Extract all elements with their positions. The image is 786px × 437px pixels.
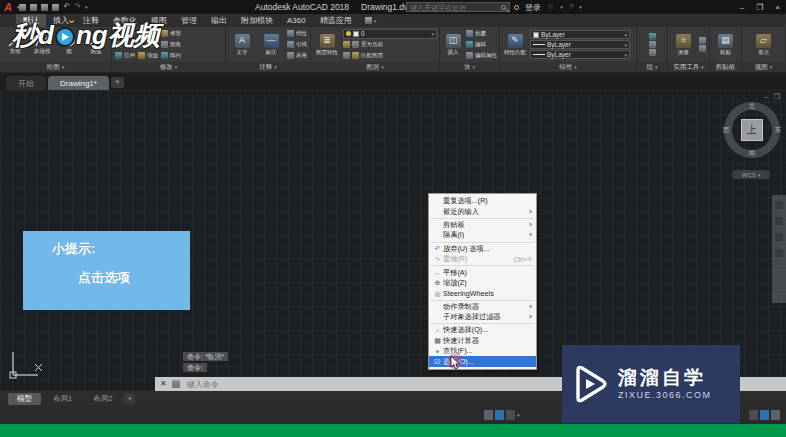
minimize-button[interactable]: – <box>740 3 744 12</box>
help-caret-icon[interactable]: ▾ <box>579 4 582 10</box>
tool-array[interactable]: 阵列 <box>161 51 181 61</box>
quick-select-tool-icon[interactable] <box>699 37 706 44</box>
close-button[interactable]: × <box>775 3 780 12</box>
a360-star-icon[interactable]: ☆ <box>547 3 554 11</box>
tool-measure[interactable]: ⌗ 测量 <box>671 34 696 56</box>
panel-layers-label[interactable]: 图层 ▾ <box>311 62 439 72</box>
menu-item-quickcalc[interactable]: ▦ 快速计算器 <box>429 336 536 346</box>
tab-addins[interactable]: 附加模块 <box>234 14 280 27</box>
viewcube-south[interactable]: 南 <box>724 149 780 158</box>
grid-icon[interactable] <box>484 410 493 420</box>
viewcube-east[interactable]: 东 <box>775 126 782 135</box>
panel-properties-label[interactable]: 特性 ▾ <box>500 62 636 72</box>
quick-calc-tool-icon[interactable] <box>699 45 706 52</box>
panel-modify-label[interactable]: 修改 ▾ <box>112 62 225 72</box>
signin-label[interactable]: 登录 <box>525 2 541 13</box>
help-icon[interactable]: ? <box>569 3 573 11</box>
layout1-tab[interactable]: 布局1 <box>44 393 81 405</box>
lineweight-dropdown[interactable]: ByLayer ▾ <box>530 40 630 49</box>
user-icon[interactable] <box>514 5 519 10</box>
group-edit-icon[interactable] <box>649 49 656 56</box>
menu-item-isolate[interactable]: 隔离(I) › <box>429 230 536 240</box>
tool-create-block[interactable]: 创建 <box>466 29 497 39</box>
hardware-acceleration-icon[interactable] <box>760 410 769 420</box>
ribbon-extra-icon[interactable]: ▾ <box>365 14 377 27</box>
menu-item-undo[interactable]: ↶ 放弃(U) 选项... <box>429 244 536 254</box>
tool-text[interactable]: A 文字 <box>229 34 255 56</box>
menu-item-subobject-filter[interactable]: 子对象选择过滤器 › <box>429 312 536 322</box>
tool-match-properties[interactable]: ✎ 特性匹配 <box>503 34 527 56</box>
nav-orbit-icon[interactable] <box>775 233 783 241</box>
tool-make-current[interactable]: 置为当前 <box>343 40 437 50</box>
command-customize-icon[interactable] <box>172 380 180 388</box>
panel-block-label[interactable]: 块 ▾ <box>440 62 499 72</box>
menu-item-recent-input[interactable]: 最近的输入 › <box>429 206 536 216</box>
ortho-icon[interactable] <box>506 410 515 420</box>
panel-groups-label[interactable]: 组 ▾ <box>637 62 667 72</box>
wcs-dropdown[interactable]: WCS ▾ <box>732 170 770 179</box>
nav-zoom-icon[interactable] <box>775 217 783 225</box>
tab-output[interactable]: 输出 <box>204 14 234 27</box>
object-color-dropdown[interactable]: ByLayer ▾ <box>530 30 630 39</box>
tab-a360[interactable]: A360 <box>280 14 313 27</box>
panel-annotate-label[interactable]: 注释 ▾ <box>226 62 310 72</box>
menu-item-action-recorder[interactable]: 动作录制器 › <box>429 302 536 312</box>
ungroup-icon[interactable] <box>649 41 656 48</box>
tool-fillet[interactable]: 圆角 <box>161 40 181 50</box>
tool-edit-block[interactable]: 编辑 <box>466 40 497 50</box>
exchange-caret-icon[interactable]: ▾ <box>560 4 563 10</box>
tool-table[interactable]: 表格 <box>287 51 307 61</box>
search-icon[interactable] <box>501 5 506 10</box>
menu-item-repeat-options[interactable]: 重复选项...(R) <box>429 196 536 206</box>
tab-manage[interactable]: 管理 <box>174 14 204 27</box>
undo-icon[interactable]: ↶ <box>63 3 70 11</box>
new-layout-button[interactable]: + <box>124 393 135 404</box>
tool-dimension[interactable]: — 标注 <box>258 34 284 56</box>
fullscreen-icon[interactable] <box>771 410 780 420</box>
maximize-button[interactable]: ❐ <box>756 3 763 12</box>
drawing-tab[interactable]: Drawing1* <box>48 76 109 90</box>
tool-base[interactable]: ▱ 基点 <box>745 34 782 56</box>
viewcube[interactable]: 北 南 西 东 上 <box>724 102 780 158</box>
layout2-tab[interactable]: 布局2 <box>84 393 121 405</box>
start-tab[interactable]: 开始 <box>6 76 46 90</box>
tool-edit-attributes[interactable]: 编辑属性 <box>466 51 497 61</box>
status-caret-icon[interactable]: ▾ <box>517 412 520 418</box>
save-icon[interactable] <box>41 4 48 11</box>
nav-wheel-icon[interactable] <box>775 249 783 257</box>
open-file-icon[interactable] <box>30 4 37 11</box>
menu-item-clipboard[interactable]: 剪贴板 › <box>429 220 536 230</box>
menu-item-find[interactable]: ⌖ 查找(F)... <box>429 346 536 356</box>
panel-draw-label[interactable]: 绘图 ▾ <box>0 62 111 72</box>
viewcube-west[interactable]: 西 <box>723 126 730 135</box>
autocad-logo-icon[interactable]: A <box>4 2 12 13</box>
navigation-bar[interactable] <box>772 195 786 303</box>
snap-mode-icon[interactable] <box>495 410 504 420</box>
linetype-dropdown[interactable]: ByLayer ▾ <box>530 50 630 59</box>
qat-caret-icon[interactable]: ▾ <box>85 4 88 10</box>
new-file-icon[interactable] <box>19 4 26 11</box>
help-search-box[interactable] <box>406 2 510 12</box>
tool-match-layer[interactable]: 匹配图层 <box>343 51 437 61</box>
model-tab[interactable]: 模型 <box>8 393 41 405</box>
menu-item-steeringwheels[interactable]: ◎ SteeringWheels <box>429 288 536 298</box>
group-icon[interactable] <box>649 33 656 40</box>
tool-scale[interactable]: 缩放 <box>138 51 158 61</box>
panel-utilities-label[interactable]: 实用工具 ▾ <box>668 62 709 72</box>
tool-trim[interactable]: 修剪 <box>161 29 181 39</box>
viewcube-north[interactable]: 北 <box>724 102 780 111</box>
redo-icon[interactable]: ↷ <box>74 3 81 11</box>
plot-icon[interactable] <box>52 4 59 11</box>
menu-item-options[interactable]: ☑ 选项(O)... <box>429 356 536 366</box>
viewport-restore-icon[interactable]: ❐ <box>774 93 780 101</box>
tool-paste[interactable]: ▤ 粘贴 <box>713 34 738 56</box>
isolate-objects-icon[interactable] <box>749 410 758 420</box>
panel-view-label[interactable]: 视图 ▾ <box>742 62 785 72</box>
viewcube-top-face[interactable]: 上 <box>741 119 763 141</box>
nav-pan-icon[interactable] <box>775 201 783 209</box>
menu-item-quick-select[interactable]: ⚡ 快速选择(Q)... <box>429 325 536 335</box>
command-close-icon[interactable]: ✕ <box>160 380 167 388</box>
search-input[interactable] <box>410 4 499 11</box>
tool-linear[interactable]: 线性 <box>287 29 307 39</box>
layer-dropdown[interactable]: 0 ▾ <box>343 29 437 39</box>
